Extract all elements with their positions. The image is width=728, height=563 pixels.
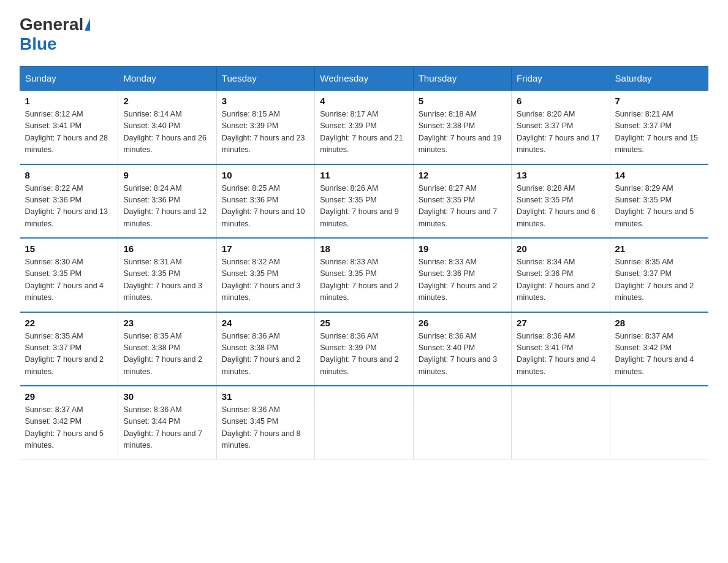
calendar-cell: 25 Sunrise: 8:36 AMSunset: 3:39 PMDaylig… [315, 312, 413, 386]
calendar-cell [413, 386, 511, 459]
page-header: General Blue [20, 15, 708, 54]
calendar-cell: 27 Sunrise: 8:36 AMSunset: 3:41 PMDaylig… [512, 312, 610, 386]
day-info: Sunrise: 8:18 AMSunset: 3:38 PMDaylight:… [419, 110, 502, 154]
day-info: Sunrise: 8:14 AMSunset: 3:40 PMDaylight:… [123, 110, 207, 154]
day-number: 20 [517, 243, 604, 254]
day-number: 11 [320, 170, 408, 180]
day-number: 8 [25, 170, 113, 180]
calendar-cell: 8 Sunrise: 8:22 AMSunset: 3:36 PMDayligh… [20, 164, 118, 239]
calendar-cell: 18 Sunrise: 8:33 AMSunset: 3:35 PMDaylig… [315, 238, 413, 312]
day-info: Sunrise: 8:37 AMSunset: 3:42 PMDaylight:… [25, 405, 104, 450]
calendar-cell: 17 Sunrise: 8:32 AMSunset: 3:35 PMDaylig… [216, 238, 314, 312]
day-info: Sunrise: 8:36 AMSunset: 3:44 PMDaylight:… [123, 405, 202, 450]
column-header-wednesday: Wednesday [315, 67, 413, 91]
day-number: 29 [25, 391, 113, 402]
day-info: Sunrise: 8:12 AMSunset: 3:41 PMDaylight:… [25, 110, 108, 154]
calendar-cell: 5 Sunrise: 8:18 AMSunset: 3:38 PMDayligh… [413, 90, 511, 164]
calendar-cell: 13 Sunrise: 8:28 AMSunset: 3:35 PMDaylig… [512, 164, 610, 239]
calendar-cell: 29 Sunrise: 8:37 AMSunset: 3:42 PMDaylig… [20, 386, 118, 459]
calendar-cell: 21 Sunrise: 8:35 AMSunset: 3:37 PMDaylig… [610, 238, 708, 312]
day-number: 17 [222, 243, 309, 254]
day-number: 9 [123, 170, 211, 180]
day-number: 1 [25, 96, 113, 106]
calendar-cell: 26 Sunrise: 8:36 AMSunset: 3:40 PMDaylig… [413, 312, 511, 386]
column-header-tuesday: Tuesday [216, 67, 314, 91]
day-info: Sunrise: 8:32 AMSunset: 3:35 PMDaylight:… [222, 258, 301, 302]
column-header-monday: Monday [118, 67, 216, 91]
week-row-1: 1 Sunrise: 8:12 AMSunset: 3:41 PMDayligh… [20, 90, 708, 164]
logo-general-text: General [20, 15, 83, 34]
day-info: Sunrise: 8:28 AMSunset: 3:35 PMDaylight:… [517, 184, 596, 228]
day-info: Sunrise: 8:36 AMSunset: 3:40 PMDaylight:… [419, 332, 498, 376]
day-number: 3 [222, 96, 309, 106]
calendar-cell: 1 Sunrise: 8:12 AMSunset: 3:41 PMDayligh… [20, 90, 118, 164]
day-number: 12 [419, 170, 506, 180]
calendar-cell: 12 Sunrise: 8:27 AMSunset: 3:35 PMDaylig… [413, 164, 511, 239]
day-number: 22 [25, 318, 113, 328]
day-number: 26 [419, 318, 506, 328]
day-info: Sunrise: 8:22 AMSunset: 3:36 PMDaylight:… [25, 184, 108, 228]
day-info: Sunrise: 8:36 AMSunset: 3:41 PMDaylight:… [517, 332, 596, 376]
calendar-cell: 14 Sunrise: 8:29 AMSunset: 3:35 PMDaylig… [610, 164, 708, 239]
day-info: Sunrise: 8:33 AMSunset: 3:35 PMDaylight:… [320, 258, 399, 302]
column-header-sunday: Sunday [20, 67, 118, 91]
day-info: Sunrise: 8:36 AMSunset: 3:45 PMDaylight:… [222, 405, 301, 450]
day-number: 28 [615, 318, 703, 328]
week-row-3: 15 Sunrise: 8:30 AMSunset: 3:35 PMDaylig… [20, 238, 708, 312]
logo: General Blue [20, 15, 90, 54]
calendar-cell: 11 Sunrise: 8:26 AMSunset: 3:35 PMDaylig… [315, 164, 413, 239]
day-info: Sunrise: 8:35 AMSunset: 3:37 PMDaylight:… [615, 258, 694, 302]
calendar-cell: 6 Sunrise: 8:20 AMSunset: 3:37 PMDayligh… [512, 90, 610, 164]
day-info: Sunrise: 8:17 AMSunset: 3:39 PMDaylight:… [320, 110, 403, 154]
calendar-cell: 4 Sunrise: 8:17 AMSunset: 3:39 PMDayligh… [315, 90, 413, 164]
day-number: 30 [123, 391, 211, 402]
day-number: 14 [615, 170, 703, 180]
day-info: Sunrise: 8:26 AMSunset: 3:35 PMDaylight:… [320, 184, 399, 228]
day-number: 7 [615, 96, 703, 106]
day-number: 15 [25, 243, 113, 254]
day-number: 2 [123, 96, 211, 106]
calendar-cell: 10 Sunrise: 8:25 AMSunset: 3:36 PMDaylig… [216, 164, 314, 239]
day-number: 6 [517, 96, 604, 106]
day-info: Sunrise: 8:15 AMSunset: 3:39 PMDaylight:… [222, 110, 305, 154]
day-info: Sunrise: 8:31 AMSunset: 3:35 PMDaylight:… [123, 258, 202, 302]
calendar-cell: 28 Sunrise: 8:37 AMSunset: 3:42 PMDaylig… [610, 312, 708, 386]
day-number: 4 [320, 96, 408, 106]
day-info: Sunrise: 8:35 AMSunset: 3:38 PMDaylight:… [123, 332, 202, 376]
calendar-cell: 15 Sunrise: 8:30 AMSunset: 3:35 PMDaylig… [20, 238, 118, 312]
calendar-header-row: SundayMondayTuesdayWednesdayThursdayFrid… [20, 67, 708, 91]
calendar-cell: 24 Sunrise: 8:36 AMSunset: 3:38 PMDaylig… [216, 312, 314, 386]
day-number: 5 [419, 96, 506, 106]
day-info: Sunrise: 8:25 AMSunset: 3:36 PMDaylight:… [222, 184, 305, 228]
week-row-2: 8 Sunrise: 8:22 AMSunset: 3:36 PMDayligh… [20, 164, 708, 239]
day-info: Sunrise: 8:33 AMSunset: 3:36 PMDaylight:… [419, 258, 498, 302]
day-number: 25 [320, 318, 408, 328]
column-header-friday: Friday [512, 67, 610, 91]
day-number: 10 [222, 170, 309, 180]
column-header-saturday: Saturday [610, 67, 708, 91]
logo-triangle-icon [85, 18, 90, 31]
day-number: 31 [222, 391, 309, 402]
day-info: Sunrise: 8:20 AMSunset: 3:37 PMDaylight:… [517, 110, 600, 154]
day-info: Sunrise: 8:27 AMSunset: 3:35 PMDaylight:… [419, 184, 498, 228]
day-info: Sunrise: 8:29 AMSunset: 3:35 PMDaylight:… [615, 184, 694, 228]
day-info: Sunrise: 8:36 AMSunset: 3:38 PMDaylight:… [222, 332, 301, 376]
calendar-cell: 7 Sunrise: 8:21 AMSunset: 3:37 PMDayligh… [610, 90, 708, 164]
day-number: 18 [320, 243, 408, 254]
day-info: Sunrise: 8:24 AMSunset: 3:36 PMDaylight:… [123, 184, 207, 228]
day-number: 13 [517, 170, 604, 180]
day-number: 27 [517, 318, 604, 328]
week-row-5: 29 Sunrise: 8:37 AMSunset: 3:42 PMDaylig… [20, 386, 708, 459]
day-info: Sunrise: 8:36 AMSunset: 3:39 PMDaylight:… [320, 332, 399, 376]
calendar-cell: 31 Sunrise: 8:36 AMSunset: 3:45 PMDaylig… [216, 386, 314, 459]
calendar-cell: 23 Sunrise: 8:35 AMSunset: 3:38 PMDaylig… [118, 312, 216, 386]
day-info: Sunrise: 8:35 AMSunset: 3:37 PMDaylight:… [25, 332, 104, 376]
calendar-cell: 9 Sunrise: 8:24 AMSunset: 3:36 PMDayligh… [118, 164, 216, 239]
calendar-cell: 22 Sunrise: 8:35 AMSunset: 3:37 PMDaylig… [20, 312, 118, 386]
day-number: 19 [419, 243, 506, 254]
calendar-cell [610, 386, 708, 459]
day-info: Sunrise: 8:37 AMSunset: 3:42 PMDaylight:… [615, 332, 694, 376]
calendar-cell [315, 386, 413, 459]
calendar-cell [512, 386, 610, 459]
day-number: 16 [123, 243, 211, 254]
